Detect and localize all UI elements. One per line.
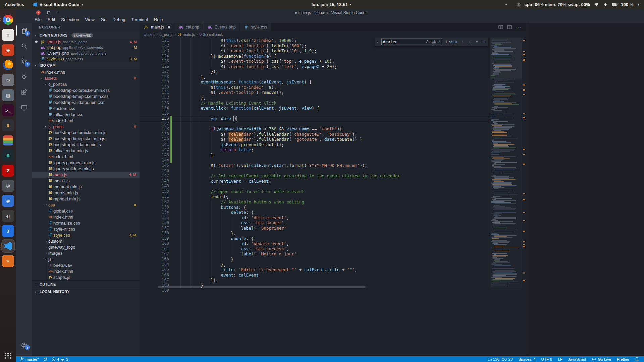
tree-item-index.html[interactable]: <>index.html	[32, 268, 140, 274]
code-line-157[interactable]: 157label: 'Supprimer'	[140, 226, 490, 231]
line-number[interactable]: 151	[140, 194, 169, 199]
tree-item-index.html[interactable]: <>index.html	[32, 214, 140, 220]
tree-item-fullcalendar.css[interactable]: #fullcalendar.css	[32, 111, 140, 117]
tree-item-gateway_logo[interactable]: ›gateway_logo	[32, 244, 140, 250]
tree-item-c_portjs[interactable]: ›c_portjs	[32, 123, 140, 129]
line-number[interactable]: 132	[140, 95, 169, 101]
chevron-down-icon[interactable]: ▾	[638, 3, 639, 6]
dock-files-app[interactable]: ▤	[2, 89, 14, 101]
line-number[interactable]: 139	[140, 132, 169, 137]
code-line-165[interactable]: 165title: 'Editer l\'évènement "' + calE…	[140, 267, 490, 273]
wifi-icon[interactable]	[594, 3, 599, 6]
code-line-143[interactable]: 143}	[140, 153, 490, 158]
line-number[interactable]: 129	[140, 79, 169, 85]
focused-app-menu[interactable]: Visual Studio Code ▾	[33, 2, 83, 7]
activity-remote[interactable]	[16, 100, 32, 115]
code-line-160[interactable]: 160id: 'update-event',	[140, 241, 490, 246]
clock[interactable]: lun. juin 15, 18:51 ●	[312, 2, 352, 7]
code-line-146[interactable]: 146	[140, 168, 490, 174]
tree-item-bootstrap-colorpicker.min.js[interactable]: JSbootstrap-colorpicker.min.js	[32, 129, 140, 135]
dock-android-studio[interactable]: A	[2, 149, 14, 162]
status-encoding[interactable]: UTF-8	[540, 357, 554, 361]
dock-firefox[interactable]	[2, 59, 14, 71]
line-number[interactable]: 165	[140, 267, 169, 273]
menu-go[interactable]: Go	[98, 17, 109, 22]
code-line-169[interactable]: 169	[140, 288, 490, 293]
line-number[interactable]: 124	[140, 54, 169, 59]
minimap[interactable]	[490, 38, 522, 288]
code-line-135[interactable]: 135	[140, 111, 490, 116]
line-number[interactable]: 122	[140, 43, 169, 49]
tree-item-jquery.validate.min.js[interactable]: JSjquery.validate.min.js	[32, 166, 140, 172]
code-line-140[interactable]: 140$('#calendar').fullCalendar( 'gotoDat…	[140, 137, 490, 142]
code-line-164[interactable]: 164},	[140, 262, 490, 267]
code-line-166[interactable]: 166event: calEvent	[140, 273, 490, 278]
line-number[interactable]: 152	[140, 199, 169, 205]
line-number[interactable]: 155	[140, 215, 169, 221]
status-prettier[interactable]: Prettier	[615, 357, 631, 361]
line-number[interactable]: 156	[140, 220, 169, 226]
more-actions-icon[interactable]: ⋯	[516, 24, 521, 30]
tree-item-main.js[interactable]: JSmain.js4, M	[32, 172, 140, 178]
tree-item-index.html[interactable]: <>index.html	[32, 117, 140, 123]
code-line-137[interactable]: 137	[140, 121, 490, 127]
line-number[interactable]: 134	[140, 106, 169, 111]
line-number[interactable]: 144	[140, 158, 169, 163]
activity-extensions[interactable]	[16, 84, 32, 100]
activity-debug[interactable]	[16, 69, 32, 84]
horizontal-scrollbar[interactable]	[158, 286, 366, 288]
code-line-126[interactable]: 126$('.event-tooltip').css('left', e.pag…	[140, 64, 490, 69]
tree-item-morris.min.js[interactable]: JSmorris.min.js	[32, 190, 140, 196]
tree-item-raphael.min.js[interactable]: JSraphael.min.js	[32, 196, 140, 202]
tree-item-moment.min.js[interactable]: JSmoment.min.js	[32, 184, 140, 190]
code-line-131[interactable]: 131$('.event-tooltip').remove();	[140, 90, 490, 95]
local-history-header[interactable]: › LOCAL HISTORY	[32, 288, 140, 295]
tree-item-bootstrapValidator.min.js[interactable]: JSbootstrapValidator.min.js	[32, 141, 140, 147]
activities-button[interactable]: Activities	[5, 2, 24, 7]
tree-item-custom[interactable]: ›custom	[32, 238, 140, 244]
tree-item-c_portcss[interactable]: ›c_portcss	[32, 81, 140, 87]
code-line-125[interactable]: 125$('.event-tooltip').css('top', e.page…	[140, 59, 490, 64]
line-number[interactable]: 141	[140, 142, 169, 147]
tree-item-index.html[interactable]: <>index.html	[32, 154, 140, 160]
line-number[interactable]: 159	[140, 236, 169, 241]
code-line-138[interactable]: 138if(window.innerWidth < 768 && view.na…	[140, 126, 490, 132]
code-line-158[interactable]: 158},	[140, 231, 490, 236]
code-line-161[interactable]: 161css: 'btn-success',	[140, 246, 490, 252]
open-editor-style.css[interactable]: #style.cssassets/css3, M	[32, 56, 140, 62]
line-number[interactable]: 128	[140, 74, 169, 80]
sync-button[interactable]	[42, 357, 49, 361]
code-line-145[interactable]: 145$('#start').val(calEvent.start.format…	[140, 163, 490, 168]
regex-toggle[interactable]: .*	[438, 40, 440, 44]
code-line-153[interactable]: 153buttons: {	[140, 205, 490, 210]
tab-cal.php[interactable]: cal.php	[174, 23, 203, 31]
tree-item-jquery.payment.min.js[interactable]: JSjquery.payment.min.js	[32, 160, 140, 166]
open-editors-header[interactable]: › OPEN EDITORS 1 UNSAVED	[32, 32, 140, 39]
bluetooth-icon[interactable]	[517, 2, 520, 7]
code-line-167[interactable]: 167});	[140, 278, 490, 283]
dock-app-3[interactable]: 3	[2, 225, 14, 237]
line-number[interactable]: 131	[140, 90, 169, 95]
tree-item-bootstrap-colorpicker.min.css[interactable]: #bootstrap-colorpicker.min.css	[32, 87, 140, 93]
toggle-replace-chevron-icon[interactable]: ›	[375, 40, 379, 44]
match-case-toggle[interactable]: Aa	[426, 40, 430, 44]
tree-item-custom.css[interactable]: #custom.css	[32, 105, 140, 111]
breadcrumb-$() callback[interactable]: $() callback	[199, 33, 223, 37]
code-line-159[interactable]: 159update: {	[140, 236, 490, 241]
settings-gear-icon[interactable]: 1	[16, 339, 32, 352]
dock-terminal[interactable]: >_	[2, 104, 14, 116]
status-language-mode[interactable]: JavaScript	[567, 357, 588, 361]
whole-word-toggle[interactable]: ab	[432, 40, 436, 44]
open-editor-Events.php[interactable]: Events.phpapplication/controllers	[32, 50, 140, 56]
status-cursor-position[interactable]: Ln 136, Col 23	[486, 357, 515, 361]
code-line-150[interactable]: 150// Open modal to edit or delete event	[140, 189, 490, 194]
next-match-button[interactable]: ↓	[467, 40, 472, 44]
menu-terminal[interactable]: Terminal	[128, 17, 151, 22]
line-number[interactable]: 148	[140, 179, 169, 184]
dock-sublime-text[interactable]: S	[2, 119, 14, 131]
code-line-124[interactable]: 124}).mousemove(function(e) {	[140, 54, 490, 59]
toggle-layout-icon[interactable]	[507, 25, 512, 29]
line-number[interactable]: 142	[140, 147, 169, 153]
code-line-130[interactable]: 130$(this).css('z-index', 8);	[140, 85, 490, 90]
code-line-149[interactable]: 149	[140, 184, 490, 189]
